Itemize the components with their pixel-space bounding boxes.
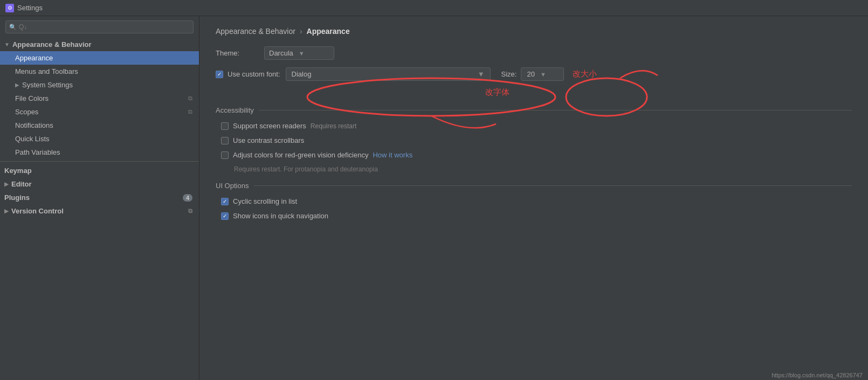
annotation-size: 改大小: [573, 69, 597, 79]
font-value: Dialog: [292, 70, 312, 78]
sidebar-item-scopes[interactable]: Scopes ⧉: [0, 105, 199, 119]
checkbox-icon: [216, 71, 223, 78]
sidebar-item-plugins[interactable]: Plugins 4: [0, 191, 199, 204]
chevron-down-icon: ▼: [4, 42, 10, 47]
how-it-works-link[interactable]: How it works: [373, 151, 412, 159]
sidebar-item-notifications[interactable]: Notifications: [0, 119, 199, 132]
icons-nav-checkbox[interactable]: Show icons in quick navigation: [221, 212, 328, 220]
red-green-checkbox[interactable]: Adjust colors for red-green vision defic…: [221, 151, 368, 159]
font-dropdown-arrow: ▼: [478, 70, 485, 78]
sidebar: 🔍 ▼ Appearance & Behavior Appearance Men…: [0, 16, 199, 380]
theme-row: Theme: Darcula ▼: [216, 46, 852, 60]
accessibility-section: Accessibility: [216, 106, 852, 114]
contrast-scrollbars-checkbox[interactable]: Use contrast scrollbars: [221, 136, 304, 144]
font-row: Use custom font: Dialog ▼ Size: 20 ▼ 改大小: [216, 67, 852, 81]
main-panel: Appearance & Behavior › Appearance Theme…: [199, 16, 868, 237]
use-custom-font-checkbox[interactable]: Use custom font:: [216, 70, 280, 78]
size-value: 20: [527, 70, 534, 78]
annotation-font: 改字体: [485, 87, 509, 96]
sidebar-item-editor[interactable]: ▶ Editor: [0, 177, 199, 191]
screen-readers-label: Support screen readers: [233, 122, 306, 130]
ui-row-cyclic-scroll: Cyclic scrolling in list: [216, 197, 852, 205]
contrast-scrollbars-label: Use contrast scrollbars: [233, 136, 304, 144]
size-label: Size:: [501, 70, 517, 78]
sidebar-item-file-colors[interactable]: File Colors ⧉: [0, 92, 199, 105]
search-icon: 🔍: [9, 24, 17, 31]
accessibility-row-screen-readers: Support screen readers Requires restart: [216, 122, 852, 130]
screen-readers-hint: Requires restart: [311, 122, 356, 130]
red-green-label: Adjust colors for red-green vision defic…: [233, 151, 368, 159]
url-bar: https://blog.csdn.net/qq_42826747: [766, 370, 868, 380]
size-dropdown[interactable]: 20 ▼: [521, 67, 564, 81]
breadcrumb-separator: ›: [300, 27, 302, 36]
plugins-badge: 4: [183, 194, 192, 202]
size-dropdown-arrow: ▼: [540, 71, 546, 78]
theme-dropdown-arrow: ▼: [299, 50, 305, 57]
accessibility-row-red-green: Adjust colors for red-green vision defic…: [216, 151, 852, 159]
font-check-label: Use custom font:: [228, 70, 280, 78]
checkbox-icon: [221, 137, 229, 144]
checkbox-icon: [221, 122, 229, 130]
sidebar-item-version-control[interactable]: ▶ Version Control ⧉: [0, 204, 199, 218]
screen-readers-checkbox[interactable]: Support screen readers: [221, 122, 306, 130]
accessibility-label: Accessibility: [216, 106, 254, 114]
settings-icon: ⚙: [5, 4, 14, 12]
sidebar-item-menus-toolbars[interactable]: Menus and Toolbars: [0, 65, 199, 78]
icons-nav-label: Show icons in quick navigation: [233, 212, 328, 220]
sidebar-item-keymap[interactable]: Keymap: [0, 164, 199, 177]
copy-icon: ⧉: [188, 208, 192, 215]
accessibility-row-contrast-scrollbars: Use contrast scrollbars: [216, 136, 852, 144]
font-dropdown[interactable]: Dialog ▼: [286, 67, 491, 81]
breadcrumb-parent: Appearance & Behavior: [216, 27, 295, 36]
sidebar-item-appearance[interactable]: Appearance: [0, 51, 199, 65]
sidebar-item-system-settings[interactable]: ▶ System Settings: [0, 78, 199, 92]
sidebar-search-wrapper: 🔍: [0, 16, 199, 38]
breadcrumb-current: Appearance: [307, 27, 350, 36]
checkbox-icon: [221, 212, 229, 220]
sidebar-item-quick-lists[interactable]: Quick Lists: [0, 132, 199, 146]
main-content: 🔍 ▼ Appearance & Behavior Appearance Men…: [0, 16, 868, 380]
checkbox-icon: [221, 198, 229, 205]
copy-icon: ⧉: [188, 95, 192, 102]
sidebar-item-path-variables[interactable]: Path Variables: [0, 146, 199, 159]
search-input[interactable]: [5, 20, 194, 33]
cyclic-scroll-label: Cyclic scrolling in list: [233, 197, 297, 205]
theme-label: Theme:: [216, 49, 259, 57]
breadcrumb: Appearance & Behavior › Appearance: [216, 27, 852, 36]
theme-dropdown[interactable]: Darcula ▼: [264, 46, 334, 60]
title-bar-text: Settings: [17, 4, 43, 12]
ui-options-label: UI Options: [216, 182, 249, 190]
ui-row-icons-nav: Show icons in quick navigation: [216, 212, 852, 220]
chevron-right-icon: ▶: [4, 208, 9, 214]
checkbox-icon: [221, 151, 229, 159]
title-bar: ⚙ Settings: [0, 0, 868, 16]
main-panel-wrapper: Appearance & Behavior › Appearance Theme…: [199, 16, 868, 380]
red-green-hint: Requires restart. For protanopia and deu…: [216, 165, 852, 173]
sidebar-item-appearance-behavior[interactable]: ▼ Appearance & Behavior: [0, 38, 199, 51]
ui-options-section: UI Options: [216, 182, 852, 190]
chevron-right-icon: ▶: [4, 181, 9, 187]
copy-icon: ⧉: [188, 108, 192, 115]
chevron-right-icon: ▶: [15, 82, 19, 88]
cyclic-scroll-checkbox[interactable]: Cyclic scrolling in list: [221, 197, 297, 205]
theme-value: Darcula: [269, 49, 293, 57]
